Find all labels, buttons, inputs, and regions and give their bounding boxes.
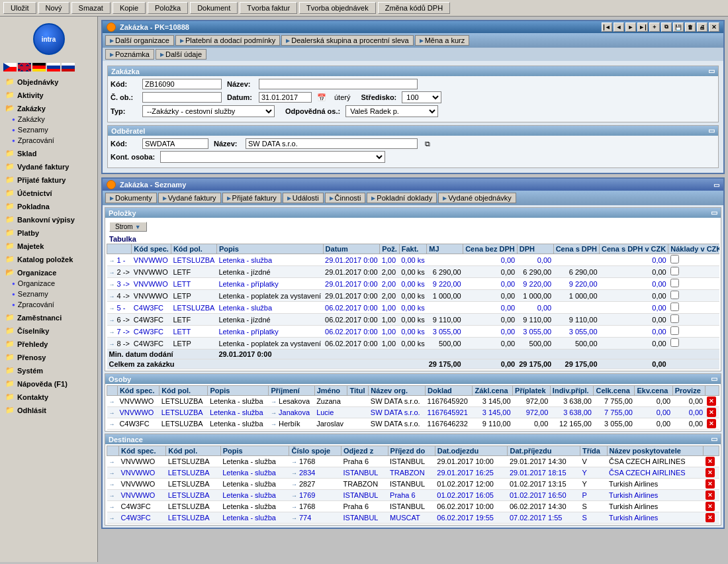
destinace-minimize[interactable]: ▭ (711, 435, 717, 444)
dest-del1[interactable]: ✕ (705, 457, 715, 466)
dokument-button[interactable]: Dokument (190, 2, 238, 14)
kont-os-select[interactable] (160, 151, 385, 163)
ulozit-button[interactable]: Uložit (3, 2, 36, 14)
sidebar-item-odhlasit[interactable]: 📁 Odhlásit (0, 404, 97, 416)
tab-udalosti[interactable]: ▶ Události (283, 193, 324, 203)
dest-arrow3[interactable]: → (109, 481, 115, 488)
tvorba-faktur-button[interactable]: Tvorba faktur (240, 2, 297, 14)
dest-link6[interactable]: → (291, 515, 297, 522)
flag-ru[interactable] (62, 63, 75, 71)
sidebar-item-vydane-faktury[interactable]: 📁 Vydané faktury (0, 161, 97, 172)
tab-vydane-fakt[interactable]: ▶ Vydané faktury (158, 193, 221, 203)
sidebar-item-system[interactable]: 📁 Systém (0, 365, 97, 376)
osoby-minimize[interactable]: ▭ (711, 375, 717, 383)
nav-save[interactable]: 💾 (673, 23, 684, 32)
sidebar-item-organizace[interactable]: 📂 Organizace (0, 267, 97, 278)
osoby-arrow2[interactable]: → (109, 410, 115, 416)
sidebar-item-prehled[interactable]: 📁 Přehledy (0, 338, 97, 350)
nav-last[interactable]: ►| (637, 23, 648, 32)
kod-input[interactable] (142, 79, 222, 89)
osoby-link3[interactable]: → (271, 421, 277, 428)
smazat-button[interactable]: Smazat (71, 2, 111, 14)
tab-cinnosti[interactable]: ▶ Činnosti (325, 193, 366, 203)
sidebar-item-prijate-faktury[interactable]: 📁 Přijaté faktury (0, 174, 97, 185)
sidebar-item-prenosy[interactable]: 📁 Přenosy (0, 352, 97, 363)
sidebar-item-seznamy[interactable]: ● Seznamy (0, 124, 97, 135)
row-link-arrow[interactable]: → (109, 329, 115, 336)
nav-prev[interactable]: ◄ (614, 23, 624, 32)
tab-pokladni[interactable]: ▶ Pokladní doklady (367, 193, 437, 203)
minimize-icon2[interactable]: ▭ (708, 126, 715, 135)
row-link-arrow[interactable]: → (109, 305, 115, 312)
tab-dealerska[interactable]: ▶ Dealerská skupina a procentní sleva (281, 35, 413, 46)
dest-link3[interactable]: → (291, 481, 297, 488)
sidebar-item-kontakty[interactable]: 📁 Kontakty (0, 391, 97, 402)
sidebar-item-zakazky[interactable]: 📂 Zakázky (0, 103, 97, 114)
kopie-button[interactable]: Kopie (113, 2, 146, 14)
sidebar-item-pokladna[interactable]: 📁 Pokladna (0, 201, 97, 212)
tvorba-objednavek-button[interactable]: Tvorba objednávek (299, 2, 376, 14)
datum-input[interactable] (259, 92, 312, 103)
sidebar-item-objednavky[interactable]: 📁 Objednávky (0, 76, 97, 87)
sidebar-item-majetek[interactable]: 📁 Majetek (0, 240, 97, 252)
osoby-arrow3[interactable]: → (109, 421, 115, 428)
dest-del2[interactable]: ✕ (705, 468, 715, 477)
sidebar-item-org-seznamy[interactable]: ● Seznamy (0, 289, 97, 299)
dest-arrow6[interactable]: → (109, 515, 115, 522)
tab-vydane-obj[interactable]: ▶ Vydané objednávky (438, 193, 516, 203)
dest-del6[interactable]: ✕ (705, 513, 715, 522)
dest-del5[interactable]: ✕ (705, 502, 715, 511)
osoby-link2[interactable]: → (271, 410, 277, 416)
sidebar-item-zakazky-sub[interactable]: ● Zakázky (0, 114, 97, 124)
polozky-minimize[interactable]: ▭ (711, 209, 717, 217)
nav-next[interactable]: ► (625, 23, 636, 32)
osoby-del-icon3[interactable]: ✕ (707, 419, 716, 428)
row-link-arrow[interactable]: → (109, 293, 115, 300)
nazev-input[interactable] (259, 79, 418, 89)
nav-copy[interactable]: ⧉ (661, 23, 672, 32)
row-link-arrow[interactable]: → (109, 269, 115, 276)
flag-uk[interactable] (18, 63, 31, 71)
tab-platebni[interactable]: ▶ Platební a dodací podmínky (175, 35, 280, 46)
odb-nazev-input[interactable] (246, 138, 418, 149)
dest-link2[interactable]: → (291, 470, 297, 477)
sidebar-item-bankovni[interactable]: 📁 Bankovní výpisy (0, 214, 97, 225)
odb-copy-icon[interactable]: ⧉ (425, 140, 430, 148)
tab-prijate-fakt[interactable]: ▶ Přijaté faktury (222, 193, 281, 203)
tab-dokumenty[interactable]: ▶ Dokumenty (105, 193, 157, 203)
nav-add[interactable]: + (649, 23, 660, 32)
tab-mena[interactable]: ▶ Měna a kurz (415, 35, 470, 46)
sidebar-item-zpracovani[interactable]: ● Zpracování (0, 135, 97, 146)
dest-link1[interactable]: → (291, 459, 297, 465)
osoby-link[interactable]: → (271, 399, 277, 405)
sidebar-item-aktivity[interactable]: 📁 Aktivity (0, 89, 97, 101)
calendar-icon[interactable]: 📅 (317, 93, 326, 102)
sidebar-item-zamestnanci[interactable]: 📁 Zaměstnanci (0, 312, 97, 323)
sidebar-item-ucetnictvi[interactable]: 📁 Účetnictví (0, 187, 97, 199)
tab-poznamka[interactable]: ▶ Poznámka (105, 49, 154, 60)
sidebar-item-platby[interactable]: 📁 Platby (0, 227, 97, 238)
sidebar-item-ciselniky[interactable]: 📁 Číselníky (0, 325, 97, 336)
dest-link5[interactable]: → (291, 504, 297, 510)
seznamy-minimize[interactable]: ▭ (713, 181, 719, 189)
nav-del[interactable]: 🗑 (685, 23, 696, 32)
stredisko-select[interactable]: 100 (402, 91, 441, 103)
sidebar-item-org-zprac[interactable]: ● Zpracování (0, 299, 97, 310)
dest-del4[interactable]: ✕ (705, 491, 715, 500)
odb-kod-input[interactable] (142, 138, 208, 149)
sidebar-item-sklad[interactable]: 📁 Sklad (0, 148, 97, 159)
row-link-arrow[interactable]: → (109, 317, 115, 324)
nav-print[interactable]: 🖨 (697, 23, 707, 32)
nav-first[interactable]: |◄ (602, 23, 612, 32)
dest-arrow5[interactable]: → (109, 504, 115, 510)
dest-arrow4[interactable]: → (109, 493, 115, 499)
osoby-del-icon2[interactable]: ✕ (707, 408, 716, 417)
flag-sk[interactable] (47, 63, 60, 71)
flag-cz[interactable] (3, 63, 17, 71)
row-link-arrow[interactable]: → (109, 341, 115, 348)
sidebar-item-org-sub[interactable]: ● Organizace (0, 278, 97, 289)
sidebar-item-napoveda[interactable]: 📁 Nápověda (F1) (0, 378, 97, 389)
polozka-button[interactable]: Položka (148, 2, 188, 14)
typ-select[interactable]: --Zakázky - cestovní služby (142, 105, 275, 117)
flag-de[interactable] (32, 63, 46, 71)
